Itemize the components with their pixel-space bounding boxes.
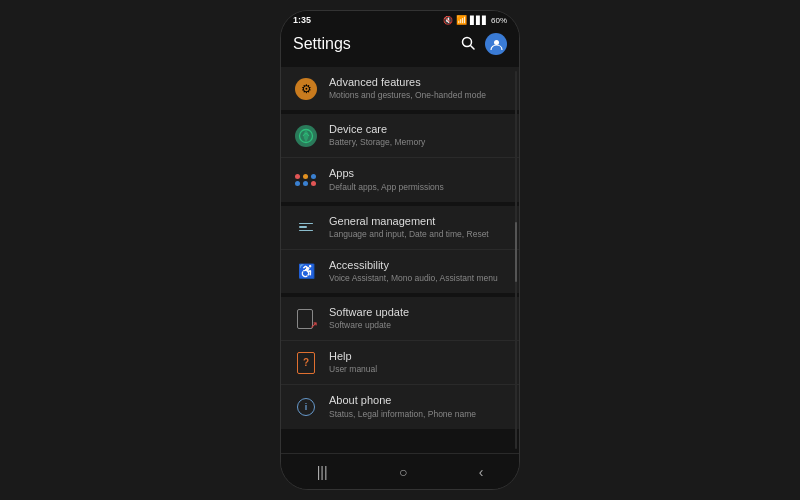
recent-apps-button[interactable]: |||	[303, 458, 342, 486]
status-bar: 1:35 🔇 📶 ▋▋▋ 60%	[281, 11, 519, 27]
status-icons: 🔇 📶 ▋▋▋ 60%	[443, 15, 507, 25]
menu-item-accessibility[interactable]: ♿ Accessibility Voice Assistant, Mono au…	[281, 250, 519, 293]
section-advanced: ⚙ Advanced features Motions and gestures…	[281, 67, 519, 110]
device-care-title: Device care	[329, 122, 507, 136]
back-button[interactable]: ‹	[465, 458, 498, 486]
battery-percent: 60%	[491, 16, 507, 25]
apps-subtitle: Default apps, App permissions	[329, 182, 507, 194]
settings-list: ⚙ Advanced features Motions and gestures…	[281, 63, 519, 453]
info-icon: i	[297, 398, 315, 416]
scrollbar-thumb	[515, 222, 517, 282]
general-management-title: General management	[329, 214, 507, 228]
help-subtitle: User manual	[329, 364, 507, 376]
general-management-text: General management Language and input, D…	[329, 214, 507, 241]
menu-item-device-care[interactable]: Device care Battery, Storage, Memory	[281, 114, 519, 158]
help-icon: ?	[297, 352, 315, 374]
advanced-features-text: Advanced features Motions and gestures, …	[329, 75, 507, 102]
about-phone-text: About phone Status, Legal information, P…	[329, 393, 507, 420]
apps-icon-wrap	[293, 167, 319, 193]
help-title: Help	[329, 349, 507, 363]
accessibility-icon-wrap: ♿	[293, 258, 319, 284]
apps-text: Apps Default apps, App permissions	[329, 166, 507, 193]
advanced-features-title: Advanced features	[329, 75, 507, 89]
advanced-features-subtitle: Motions and gestures, One-handed mode	[329, 90, 507, 102]
advanced-features-icon-wrap: ⚙	[293, 76, 319, 102]
software-update-subtitle: Software update	[329, 320, 507, 332]
general-management-subtitle: Language and input, Date and time, Reset	[329, 229, 507, 241]
menu-item-software-update[interactable]: ↗ Software update Software update	[281, 297, 519, 341]
signal-icon: ▋▋▋	[470, 16, 488, 25]
general-management-icon	[299, 223, 313, 232]
svg-point-2	[494, 40, 499, 45]
settings-title: Settings	[293, 35, 351, 53]
software-update-icon-wrap: ↗	[293, 306, 319, 332]
device-care-text: Device care Battery, Storage, Memory	[329, 122, 507, 149]
software-update-title: Software update	[329, 305, 507, 319]
help-icon-wrap: ?	[293, 350, 319, 376]
menu-item-advanced-features[interactable]: ⚙ Advanced features Motions and gestures…	[281, 67, 519, 110]
accessibility-title: Accessibility	[329, 258, 507, 272]
header-icons	[461, 33, 507, 55]
device-care-subtitle: Battery, Storage, Memory	[329, 137, 507, 149]
software-update-text: Software update Software update	[329, 305, 507, 332]
device-care-icon	[295, 125, 317, 147]
profile-avatar[interactable]	[485, 33, 507, 55]
mute-icon: 🔇	[443, 16, 453, 25]
section-system: ↗ Software update Software update ? Help…	[281, 297, 519, 429]
device-care-icon-wrap	[293, 123, 319, 149]
help-text: Help User manual	[329, 349, 507, 376]
accessibility-subtitle: Voice Assistant, Mono audio, Assistant m…	[329, 273, 507, 285]
home-button[interactable]: ○	[385, 458, 421, 486]
phone-frame: 1:35 🔇 📶 ▋▋▋ 60% Settings	[280, 10, 520, 490]
scrollbar-track	[515, 71, 517, 449]
apps-icon	[295, 174, 317, 186]
menu-item-help[interactable]: ? Help User manual	[281, 341, 519, 385]
about-phone-icon-wrap: i	[293, 394, 319, 420]
software-update-icon: ↗	[296, 308, 316, 330]
menu-item-general-management[interactable]: General management Language and input, D…	[281, 206, 519, 250]
search-icon[interactable]	[461, 36, 475, 53]
accessibility-text: Accessibility Voice Assistant, Mono audi…	[329, 258, 507, 285]
wifi-icon: 📶	[456, 15, 467, 25]
about-phone-subtitle: Status, Legal information, Phone name	[329, 409, 507, 421]
about-phone-title: About phone	[329, 393, 507, 407]
section-device: Device care Battery, Storage, Memory	[281, 114, 519, 201]
menu-item-apps[interactable]: Apps Default apps, App permissions	[281, 158, 519, 201]
accessibility-icon: ♿	[298, 263, 315, 279]
navigation-bar: ||| ○ ‹	[281, 453, 519, 489]
header: Settings	[281, 27, 519, 63]
gear-icon: ⚙	[295, 78, 317, 100]
apps-title: Apps	[329, 166, 507, 180]
status-time: 1:35	[293, 15, 311, 25]
section-general: General management Language and input, D…	[281, 206, 519, 293]
menu-item-about-phone[interactable]: i About phone Status, Legal information,…	[281, 385, 519, 428]
svg-line-1	[471, 45, 475, 49]
general-management-icon-wrap	[293, 214, 319, 240]
